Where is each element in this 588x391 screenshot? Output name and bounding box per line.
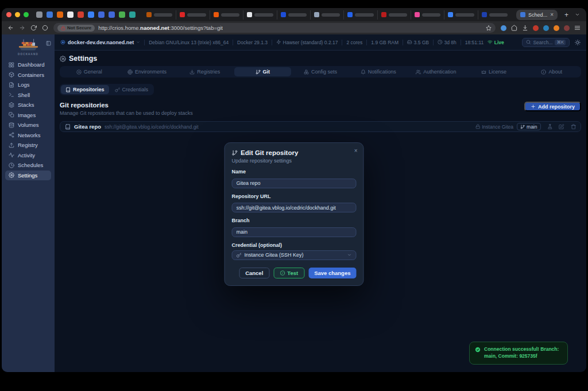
global-search[interactable]: Search... ⌘K	[522, 38, 570, 47]
extension-icon[interactable]	[564, 25, 570, 31]
browser-tab[interactable]	[310, 10, 343, 20]
pinned-tab[interactable]	[119, 11, 125, 18]
tab-about[interactable]: About	[523, 67, 580, 76]
browser-tab[interactable]	[176, 10, 209, 20]
divider	[233, 40, 233, 45]
sidebar-item-logs[interactable]: Logs	[5, 80, 51, 90]
pinned-tab[interactable]	[67, 11, 74, 18]
sidebar-item-images[interactable]: Images	[5, 110, 51, 120]
extension-icon[interactable]	[554, 25, 559, 31]
bookmark-icon[interactable]	[486, 25, 492, 31]
home-icon[interactable]	[511, 25, 517, 31]
sidebar-item-activity[interactable]: Activity	[5, 150, 51, 160]
tab-config-sets[interactable]: Config sets	[292, 67, 349, 76]
browser-tab[interactable]	[411, 10, 444, 20]
not-secure-label: Not Secure	[67, 25, 91, 30]
sidebar-item-containers[interactable]: Containers	[5, 70, 51, 80]
environment-selector[interactable]: docker-dev.dev.naoned.net	[60, 40, 140, 45]
add-repository-button[interactable]: Add repository	[524, 102, 581, 111]
extension-icon[interactable]	[501, 25, 506, 31]
pinned-tab[interactable]	[78, 11, 84, 18]
browser-tab[interactable]	[277, 10, 310, 20]
sidebar-item-dashboard[interactable]: Dashboard	[5, 60, 51, 69]
layers-icon	[9, 102, 14, 108]
hard-drive-icon	[407, 40, 412, 45]
sidebar-item-registry[interactable]: Registry	[5, 140, 51, 150]
modal-subtitle: Update repository settings	[232, 158, 357, 164]
git-branch-icon	[232, 150, 238, 156]
globe-icon	[127, 69, 133, 75]
test-button[interactable]: Test	[273, 268, 304, 278]
repository-url-field[interactable]	[232, 203, 357, 212]
file-text-icon	[9, 82, 14, 88]
active-browser-tab[interactable]: Sched... ×	[516, 10, 558, 20]
disk-stat: 3.5 GB	[407, 40, 429, 45]
pinned-tab[interactable]	[36, 11, 42, 18]
repository-row[interactable]: Gitea repo ssh://git@gitea.vblog.io/cedr…	[60, 121, 581, 132]
pinned-tab[interactable]	[47, 11, 53, 18]
credential-select[interactable]: Instance Gitea (SSH Key)	[232, 250, 357, 260]
uptime-stat: 3d 8h	[438, 40, 457, 45]
edit-icon[interactable]	[559, 124, 564, 130]
name-field[interactable]	[232, 179, 357, 188]
tab-environments[interactable]: Environments	[119, 67, 176, 76]
tab-general[interactable]: General	[61, 67, 118, 76]
browser-tab[interactable]	[343, 10, 377, 20]
sidebar-item-shell[interactable]: Shell	[5, 90, 51, 100]
tab-search-icon[interactable]	[573, 12, 582, 17]
browser-menu-icon[interactable]	[574, 25, 581, 31]
traffic-light[interactable]	[24, 12, 29, 17]
browser-tab[interactable]	[210, 10, 243, 20]
blurred-tab-title	[221, 13, 239, 17]
sidebar-collapse-icon[interactable]	[46, 41, 51, 46]
tab-registries[interactable]: Registries	[176, 67, 233, 76]
pinned-tab[interactable]	[57, 11, 63, 18]
extension-icon[interactable]	[533, 25, 539, 31]
close-icon[interactable]: ×	[354, 148, 358, 154]
traffic-light[interactable]	[15, 12, 20, 17]
cancel-button[interactable]: Cancel	[239, 268, 269, 278]
close-tab-icon[interactable]: ×	[550, 12, 554, 18]
search-placeholder: Search...	[533, 40, 552, 45]
save-changes-button[interactable]: Save changes	[308, 268, 356, 278]
subtab-credentials[interactable]: Credentials	[110, 85, 153, 94]
key-icon	[115, 87, 120, 92]
subtab-repositories[interactable]: Repositories	[61, 85, 109, 94]
divider	[461, 40, 461, 45]
branch-field[interactable]	[232, 227, 357, 237]
browser-tab[interactable]	[143, 10, 176, 20]
not-secure-badge[interactable]: Not Secure	[57, 25, 95, 32]
delete-icon[interactable]	[571, 124, 577, 130]
browser-tab[interactable]	[377, 10, 411, 20]
sidebar-item-settings[interactable]: Settings	[5, 171, 51, 180]
traffic-light[interactable]	[6, 12, 11, 17]
reload-icon[interactable]	[30, 25, 37, 31]
info-icon	[541, 69, 546, 75]
sidebar-item-schedules[interactable]: Schedules	[5, 160, 51, 170]
extension-icon[interactable]	[543, 25, 549, 31]
sidebar-item-volumes[interactable]: Volumes	[5, 120, 51, 130]
browser-tab[interactable]	[444, 10, 477, 20]
pinned-tab[interactable]	[98, 11, 105, 18]
search-shortcut: ⌘K	[555, 40, 566, 45]
theme-toggle-icon[interactable]	[575, 40, 581, 45]
brand-name: DOCKHAND	[18, 53, 38, 56]
browser-tab[interactable]	[243, 10, 276, 20]
browser-tab[interactable]	[478, 10, 511, 20]
forward-icon[interactable]	[19, 25, 25, 31]
address-bar[interactable]: Not Secure http://crios.home.naoned.net:…	[53, 23, 496, 33]
pinned-tab[interactable]	[129, 11, 136, 18]
pinned-tab[interactable]	[109, 11, 115, 18]
new-tab-button[interactable]: +	[563, 11, 570, 18]
tab-git[interactable]: Git	[234, 67, 291, 76]
sidebar-item-networks[interactable]: Networks	[5, 130, 51, 140]
pinned-tab[interactable]	[88, 11, 94, 18]
tab-notifications[interactable]: Notifications	[350, 67, 407, 76]
shield-extension-icon[interactable]	[42, 25, 48, 31]
test-connection-icon[interactable]	[547, 124, 553, 130]
tab-authentication[interactable]: Authentication	[408, 67, 465, 76]
downloads-icon[interactable]	[522, 25, 528, 31]
sidebar-item-stacks[interactable]: Stacks	[5, 100, 51, 110]
tab-license[interactable]: License	[466, 67, 523, 76]
back-icon[interactable]	[7, 25, 14, 31]
